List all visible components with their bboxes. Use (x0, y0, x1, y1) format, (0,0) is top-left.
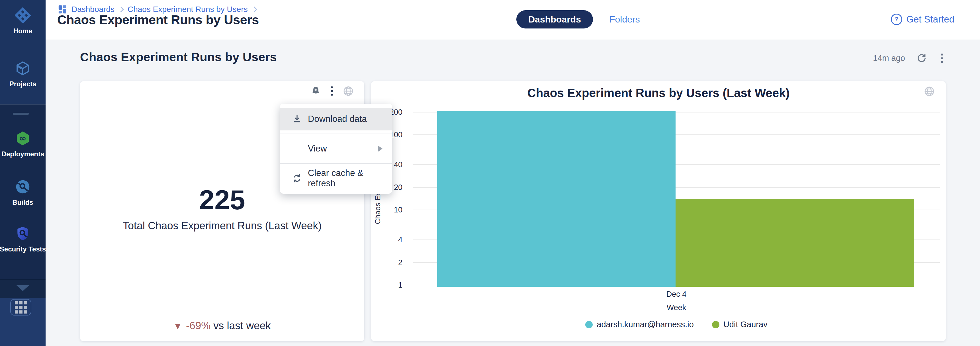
globe-icon[interactable] (924, 86, 935, 97)
builds-icon (15, 179, 31, 195)
legend-item[interactable]: adarsh.kumar@harness.io (585, 320, 694, 329)
kpi-tile-actions (310, 85, 354, 97)
app-root: Home Projects ∞ Deployments (0, 0, 980, 346)
chevron-right-icon (251, 6, 257, 12)
kpi-delta: ▼-69%vs last week (80, 320, 364, 332)
x-axis-line (413, 287, 940, 287)
refresh-icon (916, 53, 928, 64)
chart-legend: adarsh.kumar@harness.ioUdit Gaurav (413, 320, 940, 329)
page-title: Chaos Experiment Runs by Users (57, 13, 259, 27)
menu-item-download-data[interactable]: Download data (280, 108, 392, 130)
grid-icon (15, 301, 27, 314)
dashboard-toolbar: 14m ago (873, 52, 946, 64)
tab-folders[interactable]: Folders (609, 14, 640, 25)
legend-item[interactable]: Udit Gaurav (712, 320, 768, 329)
chart-title: Chaos Experiment Runs by Users (Last Wee… (371, 86, 946, 100)
chart-globe-corner (924, 86, 935, 98)
triangle-down-icon: ▼ (173, 322, 182, 331)
get-started-link[interactable]: ? Get Started (891, 14, 955, 25)
sidebar-item-home[interactable]: Home (0, 7, 46, 35)
last-updated: 14m ago (873, 54, 905, 63)
tab-dashboards[interactable]: Dashboards (516, 10, 593, 29)
dashboard-title: Chaos Experiment Runs by Users (80, 50, 277, 64)
svg-text:∞: ∞ (19, 133, 26, 143)
legend-label: adarsh.kumar@harness.io (597, 320, 694, 329)
y-axis-tick-label: 2 (381, 258, 402, 267)
chart-tile: Chaos Experiment Runs by Users (Last Wee… (371, 81, 946, 341)
security-shield-icon (15, 225, 31, 241)
chevron-down-icon (16, 285, 29, 291)
sidebar-item-builds[interactable]: Builds (0, 179, 46, 206)
download-icon (291, 113, 303, 125)
menu-item-label: View (308, 143, 327, 154)
sidebar-item-label: Security Tests (0, 245, 46, 253)
sidebar-item-label: Deployments (2, 150, 45, 158)
deployments-icon: ∞ (15, 130, 31, 146)
menu-separator (280, 133, 392, 134)
header-tabs: Dashboards Folders (516, 10, 640, 29)
refresh-button[interactable] (916, 53, 928, 64)
sidebar-collapse-button[interactable] (0, 279, 46, 298)
sidebar-divider (0, 104, 46, 105)
legend-dot-icon (712, 321, 719, 329)
sidebar-item-security-tests[interactable]: Security Tests (0, 225, 46, 253)
menu-separator (280, 163, 392, 164)
menu-item-label: Download data (308, 114, 367, 124)
get-started-label: Get Started (906, 14, 955, 25)
kpi-delta-percent: -69% (186, 320, 210, 332)
context-menu: Download data View Clear cache & refresh (280, 104, 392, 194)
sidebar-scroll-handle (13, 113, 29, 115)
bar-series-1[interactable] (676, 199, 914, 287)
sidebar: Home Projects ∞ Deployments (0, 0, 46, 346)
cube-icon (15, 60, 31, 76)
chevron-right-icon (118, 6, 124, 12)
sidebar-item-deployments[interactable]: ∞ Deployments (0, 130, 46, 158)
top-header: Dashboards Chaos Experiment Runs by User… (46, 0, 980, 40)
globe-icon[interactable] (343, 86, 354, 97)
sidebar-item-label: Projects (10, 80, 37, 88)
module-grid-button[interactable] (10, 299, 31, 316)
sidebar-item-label: Home (13, 27, 32, 35)
y-axis-tick-label: 4 (381, 235, 402, 244)
y-axis-tick-label: 10 (381, 206, 402, 214)
kpi-delta-suffix: vs last week (213, 320, 271, 332)
tile-kebab-menu-icon[interactable] (328, 85, 336, 97)
menu-item-clear-cache[interactable]: Clear cache & refresh (280, 167, 392, 190)
x-axis-tick-label: Dec 4 (413, 290, 940, 299)
refresh-icon (291, 173, 303, 184)
x-axis-title: Week (413, 303, 940, 312)
menu-item-label: Clear cache & refresh (308, 168, 392, 189)
sidebar-item-label: Builds (12, 198, 33, 206)
sidebar-item-projects[interactable]: Projects (0, 60, 46, 88)
legend-dot-icon (585, 321, 593, 329)
help-question-icon: ? (891, 14, 902, 25)
dashboard-kebab-menu-icon[interactable] (938, 52, 946, 64)
submenu-arrow-icon (378, 146, 382, 152)
home-icon (15, 7, 31, 23)
y-axis-tick-label: 1 (381, 281, 402, 290)
bar-series-0[interactable] (437, 111, 676, 287)
kpi-caption: Total Chaos Experiment Runs (Last Week) (80, 220, 364, 232)
menu-item-view[interactable]: View (280, 137, 392, 160)
alert-bell-icon[interactable] (310, 86, 321, 97)
legend-label: Udit Gaurav (723, 320, 768, 329)
